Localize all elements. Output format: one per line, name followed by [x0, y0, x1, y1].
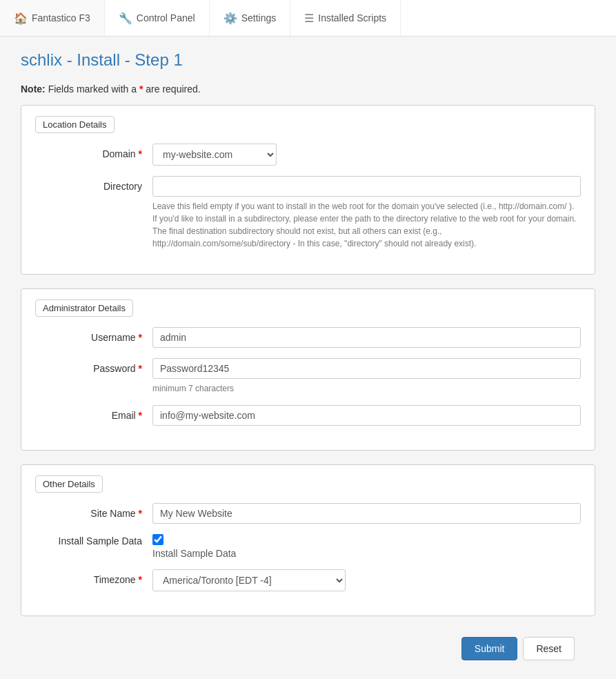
directory-row: Directory Leave this field empty if you …: [35, 176, 581, 250]
email-field: [152, 405, 581, 426]
directory-help: Leave this field empty if you want to in…: [152, 200, 581, 250]
nav-settings-label: Settings: [241, 12, 277, 23]
directory-field: Leave this field empty if you want to in…: [152, 176, 581, 250]
nav-installed-scripts[interactable]: ☰ Installed Scripts: [290, 0, 401, 36]
install-sample-checkbox[interactable]: [152, 534, 163, 545]
install-sample-text: Install Sample Data: [152, 548, 236, 559]
nav-settings[interactable]: ⚙️ Settings: [210, 0, 291, 36]
site-name-row: Site Name *: [35, 503, 581, 524]
site-name-input[interactable]: [152, 503, 581, 524]
required-star-note: *: [139, 83, 143, 95]
password-label: Password *: [35, 358, 152, 374]
note-suffix: are required.: [146, 83, 200, 95]
install-sample-label: Install Sample Data: [35, 534, 152, 547]
other-details-legend: Other Details: [35, 475, 103, 493]
username-label: Username *: [35, 327, 152, 343]
submit-button[interactable]: Submit: [461, 637, 518, 660]
timezone-label: Timezone *: [35, 569, 152, 585]
email-input[interactable]: [152, 405, 581, 426]
directory-input[interactable]: [152, 176, 581, 197]
domain-required-star: *: [139, 148, 142, 159]
username-field: [152, 327, 581, 348]
admin-details-legend: Administrator Details: [35, 299, 133, 317]
reset-button[interactable]: Reset: [523, 637, 575, 660]
email-row: Email *: [35, 405, 581, 426]
password-required-star: *: [139, 363, 142, 374]
site-name-required-star: *: [139, 508, 142, 519]
nav-control-panel-label: Control Panel: [137, 12, 195, 23]
install-sample-row: Install Sample Data Install Sample Data: [35, 534, 581, 559]
domain-field: my-website.com: [152, 144, 581, 166]
list-icon: ☰: [304, 12, 314, 25]
gear-icon: ⚙️: [223, 12, 237, 25]
main-content: schlix - Install - Step 1 Note: Fields m…: [0, 37, 616, 679]
nav-fantastico[interactable]: 🏠 Fantastico F3: [0, 0, 105, 36]
username-input[interactable]: [152, 327, 581, 348]
timezone-required-star: *: [139, 574, 142, 585]
navbar: 🏠 Fantastico F3 🔧 Control Panel ⚙️ Setti…: [0, 0, 616, 37]
email-required-star: *: [139, 410, 142, 421]
install-sample-field: Install Sample Data: [152, 534, 236, 559]
domain-row: Domain * my-website.com: [35, 144, 581, 166]
domain-label: Domain *: [35, 144, 152, 159]
password-help: minimum 7 characters: [152, 382, 581, 395]
username-required-star: *: [139, 332, 142, 343]
note-line: Note: Fields marked with a * are require…: [21, 83, 595, 95]
button-row: Submit Reset: [21, 630, 595, 674]
timezone-field: America/Toronto [EDT -4] America/New_Yor…: [152, 569, 581, 591]
note-text: Fields marked with a: [48, 83, 139, 95]
note-label: Note:: [21, 83, 46, 95]
page-title: schlix - Install - Step 1: [21, 50, 595, 70]
email-label: Email *: [35, 405, 152, 421]
wrench-icon: 🔧: [119, 12, 132, 25]
domain-select[interactable]: my-website.com: [152, 144, 277, 166]
password-input[interactable]: [152, 358, 581, 379]
other-details-section: Other Details Site Name * Install Sample…: [21, 464, 595, 616]
location-details-legend: Location Details: [35, 116, 115, 133]
password-row: Password * minimum 7 characters: [35, 358, 581, 395]
nav-installed-scripts-label: Installed Scripts: [318, 12, 386, 23]
timezone-select[interactable]: America/Toronto [EDT -4] America/New_Yor…: [152, 569, 346, 591]
admin-details-section: Administrator Details Username * Passwor…: [21, 288, 595, 451]
directory-label: Directory: [35, 176, 152, 192]
location-details-section: Location Details Domain * my-website.com…: [21, 105, 595, 275]
site-name-field: [152, 503, 581, 524]
username-row: Username *: [35, 327, 581, 348]
timezone-row: Timezone * America/Toronto [EDT -4] Amer…: [35, 569, 581, 591]
nav-control-panel[interactable]: 🔧 Control Panel: [105, 0, 210, 36]
nav-fantastico-label: Fantastico F3: [32, 12, 90, 23]
home-icon: 🏠: [14, 12, 28, 25]
password-field: minimum 7 characters: [152, 358, 581, 395]
site-name-label: Site Name *: [35, 503, 152, 519]
